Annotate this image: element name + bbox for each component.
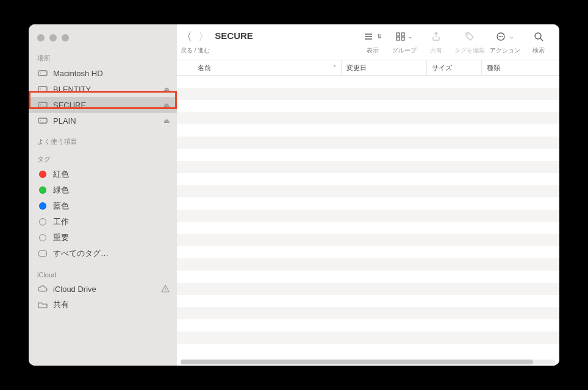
svg-line-24 [540,38,543,41]
sidebar-section-tags: タグ [29,151,177,166]
eject-icon[interactable]: ⏏ [163,85,171,93]
list-row-empty [177,149,559,161]
sidebar-item-label: 藍色 [53,200,171,211]
chevron-down-icon: ⌄ [509,34,514,40]
grid-icon: ⌄ [396,29,413,44]
sidebar-item-label: BLENTITY [53,85,159,94]
list-row-empty [177,283,559,295]
horizontal-scrollbar[interactable] [181,360,556,364]
list-row-empty [177,136,559,149]
minimize-button[interactable] [49,34,57,41]
svg-point-7 [40,120,41,121]
view-button[interactable]: ⇅ 表示 [359,29,386,55]
list-row-empty [177,222,559,234]
sidebar-tag-red[interactable]: 紅色 [29,166,177,182]
forward-button[interactable]: 〉 [198,29,209,44]
svg-rect-0 [38,71,47,76]
sidebar-tag-blue[interactable]: 藍色 [29,198,177,214]
svg-rect-4 [38,102,47,107]
sidebar-section-favorites: よく使う項目 [29,133,177,149]
all-tags-icon [37,250,48,257]
tag-dot-icon [37,186,48,194]
sidebar-item-label: SECURE [53,101,159,110]
action-icon: ⌄ [496,29,514,44]
tags-caption: タグを編集 [454,46,485,55]
sidebar-tag-work[interactable]: 工作 [29,214,177,230]
finder-window: 場所 Macintosh HD BLENTITY ⏏ SECURE ⏏ [29,24,559,366]
list-row-empty [177,112,559,124]
sidebar-item-blentity[interactable]: BLENTITY ⏏ [29,81,177,97]
sidebar-all-tags[interactable]: すべてのタグ… [29,246,177,261]
share-button[interactable]: 共有 [423,29,450,55]
chevron-updown-icon: ⇅ [377,34,382,40]
chevron-down-icon: ⌄ [408,34,413,40]
scrollbar-thumb[interactable] [181,360,533,364]
cloud-icon [37,285,48,292]
action-button[interactable]: ⌄ アクション [490,29,520,55]
column-date[interactable]: 変更日 [342,60,427,75]
list-row-empty [177,210,559,222]
svg-point-1 [40,73,41,74]
svg-point-18 [467,34,468,35]
disk-icon [37,69,48,77]
sidebar-item-plain[interactable]: PLAIN ⏏ [29,113,177,129]
list-row-empty [177,271,559,283]
disk-icon [37,85,48,93]
sidebar-tag-important[interactable]: 重要 [29,230,177,246]
sidebar-item-label: すべてのタグ… [53,248,171,259]
list-row-empty [177,332,559,344]
back-button[interactable]: 〈 [181,29,192,44]
sidebar: 場所 Macintosh HD BLENTITY ⏏ SECURE ⏏ [29,24,177,366]
nav-back-forward: 〈 〉 戻る / 進む [181,29,210,55]
search-caption: 検索 [532,46,545,55]
share-icon [432,29,440,44]
column-name[interactable]: 名前 ˄ [177,60,342,75]
eject-icon[interactable]: ⏏ [163,101,171,109]
view-caption: 表示 [367,46,379,55]
list-row-empty [177,344,559,356]
svg-point-9 [165,291,165,291]
sidebar-item-label: 共有 [53,299,171,310]
main-panel: 〈 〉 戻る / 進む SECURE ⇅ 表示 ⌄ [177,24,559,366]
edit-tags-button[interactable]: タグを編集 [454,29,485,55]
share-caption: 共有 [430,46,442,55]
sidebar-item-icloud-drive[interactable]: iCloud Drive [29,281,177,297]
group-button[interactable]: ⌄ グループ [391,29,418,55]
svg-point-22 [502,36,503,37]
sidebar-item-label: 工作 [53,216,171,227]
sidebar-item-label: 紅色 [53,169,171,180]
toolbar: 〈 〉 戻る / 進む SECURE ⇅ 表示 ⌄ [177,24,559,60]
list-row-empty [177,295,559,307]
sidebar-item-label: PLAIN [53,116,159,126]
list-row-empty [177,234,559,246]
folder-icon [37,301,48,308]
action-caption: アクション [490,46,520,55]
title-area: SECURE [215,29,354,41]
list-row-empty [177,124,559,136]
sidebar-tag-green[interactable]: 緑色 [29,182,177,198]
search-button[interactable]: 検索 [525,29,552,55]
tag-dot-icon [37,202,48,210]
sidebar-section-icloud: iCloud [29,268,177,281]
disk-icon [37,101,48,108]
svg-rect-15 [401,33,404,36]
column-name-label: 名前 [198,63,211,73]
svg-rect-14 [396,33,400,36]
sidebar-item-secure[interactable]: SECURE ⏏ [29,97,177,113]
sidebar-item-macintosh-hd[interactable]: Macintosh HD [29,65,177,81]
nav-caption: 戻る / 進む [181,46,210,55]
column-kind[interactable]: 種類 [482,60,559,75]
eject-icon[interactable]: ⏏ [163,117,171,125]
column-size[interactable]: サイズ [427,60,482,75]
list-row-empty [177,258,559,271]
list-row-empty [177,307,559,319]
close-button[interactable] [37,34,45,41]
file-list[interactable] [177,76,559,366]
sidebar-item-label: 重要 [53,232,171,243]
column-kind-label: 種類 [487,63,500,73]
zoom-button[interactable] [62,34,69,41]
sidebar-item-shared[interactable]: 共有 [29,297,177,313]
svg-point-5 [40,104,41,105]
tag-ring-icon [37,218,48,225]
column-date-label: 変更日 [346,63,367,73]
